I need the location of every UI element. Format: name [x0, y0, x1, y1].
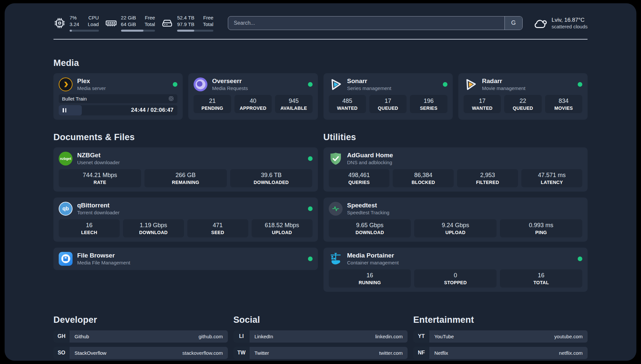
cpu-progress-bar	[70, 30, 99, 32]
ram-progress-bar	[121, 30, 155, 32]
linkedin-url: linkedin.com	[375, 334, 403, 339]
nzbget-name: NZBGet	[77, 152, 120, 159]
disk-progress-fill	[177, 30, 194, 32]
overseerr-card[interactable]: Overseerr Media Requests 21PENDING 40APP…	[188, 73, 318, 120]
overseerr-icon	[194, 77, 207, 91]
portainer-card[interactable]: Media Portainer Container management 16R…	[323, 248, 588, 292]
ram-progress-fill	[121, 30, 143, 32]
nzbget-icon: nzbget	[59, 152, 73, 166]
sonarr-status-dot	[443, 82, 447, 87]
cpu-usage-label: CPU	[88, 15, 99, 21]
sonarr-stat-queued: 17QUEUED	[369, 95, 407, 113]
disk-progress-bar	[177, 30, 213, 32]
media-section-title: Media	[53, 58, 588, 68]
disk-total-value: 97.9 TB	[177, 21, 194, 28]
nzbget-stat-rate: 744.21 MbpsRATE	[59, 169, 141, 187]
filebrowser-name: File Browser	[77, 252, 130, 259]
radarr-stat-queued: 22QUEUED	[504, 95, 541, 113]
github-name: Github	[75, 334, 89, 339]
link-netflix[interactable]: NF Netflixnetflix.com	[413, 347, 588, 359]
ram-free-value: 22 GiB	[121, 15, 136, 21]
portainer-stat-running: 16RUNNING	[329, 269, 411, 288]
overseerr-subtitle: Media Requests	[212, 85, 248, 91]
filebrowser-status-dot	[308, 257, 313, 261]
cpu-labels: CPU Load	[88, 15, 99, 28]
twitter-abbr: TW	[233, 347, 250, 359]
twitter-url: twitter.com	[379, 350, 403, 356]
filebrowser-icon	[59, 252, 73, 266]
radarr-status-dot	[578, 82, 582, 87]
portainer-status-dot	[578, 257, 582, 261]
radarr-card[interactable]: Radarr Movie management 17WANTED 22QUEUE…	[458, 73, 588, 120]
cpu-stats-widget: 7% 3.24 CPU Load	[53, 15, 99, 32]
link-stackoverflow[interactable]: SO StackOverflowstackoverflow.com	[53, 347, 228, 359]
sonarr-subtitle: Series management	[347, 85, 391, 91]
qbittorrent-stat-leech: 16LEECH	[59, 219, 120, 237]
ram-free-label: Free	[145, 15, 155, 21]
search-bar: G	[228, 16, 523, 30]
adguard-stat-filtered: 2,953FILTERED	[457, 169, 518, 187]
link-youtube[interactable]: YT YouTubeyoutube.com	[413, 330, 588, 343]
netflix-url: netflix.com	[559, 350, 583, 356]
plex-subtitle: Media server	[77, 85, 106, 91]
stackoverflow-name: StackOverflow	[75, 350, 107, 356]
sonarr-card[interactable]: Sonarr Series management 485WANTED 17QUE…	[323, 73, 453, 120]
ram-values: 22 GiB 64 GiB	[121, 15, 136, 28]
pause-icon[interactable]	[63, 108, 66, 112]
youtube-url: youtube.com	[554, 334, 583, 339]
overseerr-stat-approved: 40APPROVED	[234, 95, 272, 113]
ram-total-value: 64 GiB	[121, 21, 136, 28]
link-github[interactable]: GH Githubgithub.com	[53, 330, 228, 343]
documents-section-title: Documents & Files	[53, 132, 318, 142]
search-input[interactable]	[228, 16, 504, 30]
link-twitter[interactable]: TW Twittertwitter.com	[233, 347, 408, 359]
nzbget-stat-downloaded: 39.6 TBDOWNLOADED	[230, 169, 313, 187]
ram-total-label: Total	[144, 21, 155, 28]
entertainment-section-title: Entertainment	[413, 315, 588, 325]
link-linkedin[interactable]: LI LinkedInlinkedin.com	[233, 330, 408, 343]
section-documents: Documents & Files nzbget NZBGet Usenet d…	[53, 132, 318, 270]
adguard-subtitle: DNS and adblocking	[347, 160, 393, 165]
adguard-stat-queries: 498,461QUERIES	[329, 169, 390, 187]
overseerr-name: Overseerr	[212, 77, 248, 85]
nzbget-card[interactable]: nzbget NZBGet Usenet downloader 744.21 M…	[53, 147, 318, 192]
ram-labels: Free Total	[144, 15, 155, 28]
qbittorrent-card[interactable]: qb qBittorrent Torrent downloader 16LEEC…	[53, 197, 318, 242]
disk-total-label: Total	[203, 21, 213, 28]
cpu-progress-fill	[70, 30, 72, 32]
portainer-subtitle: Container management	[347, 260, 399, 265]
netflix-abbr: NF	[413, 347, 429, 359]
disk-icon	[161, 17, 173, 29]
google-search-button[interactable]: G	[504, 16, 522, 30]
portainer-stat-stopped: 0STOPPED	[414, 269, 497, 288]
sonarr-stat-wanted: 485WANTED	[329, 95, 366, 113]
cpu-load-value: 3.24	[70, 21, 79, 28]
speedtest-stat-ping: 0.993 msPING	[500, 219, 582, 237]
developer-section-title: Developer	[53, 315, 228, 325]
cloud-icon	[533, 17, 548, 29]
portainer-stat-total: 16TOTAL	[500, 269, 582, 288]
sonarr-name: Sonarr	[347, 77, 391, 85]
radarr-name: Radarr	[482, 77, 526, 85]
dashboard-panel: 7% 3.24 CPU Load	[5, 3, 636, 361]
adguard-name: AdGuard Home	[347, 152, 393, 159]
memory-stats-widget: 22 GiB 64 GiB Free Total	[105, 15, 155, 32]
disk-labels: Free Total	[203, 15, 213, 28]
social-section-title: Social	[233, 315, 408, 325]
plex-card[interactable]: Plex Media server Bullet Train 24:44 / 0…	[53, 73, 183, 120]
qbittorrent-stat-download: 1.19 GbpsDOWNLOAD	[123, 219, 184, 237]
stackoverflow-url: stackoverflow.com	[182, 350, 223, 356]
radarr-stat-movies: 834MOVIES	[545, 95, 582, 113]
sonarr-icon	[329, 77, 343, 91]
filebrowser-card[interactable]: File Browser Media File Management	[53, 248, 318, 270]
session-icon	[168, 96, 174, 102]
adguard-stat-blocked: 86,384BLOCKED	[393, 169, 454, 187]
qbittorrent-stat-seed: 471SEED	[187, 219, 248, 237]
linkedin-name: LinkedIn	[255, 334, 273, 339]
disk-values: 52.4 TB 97.9 TB	[177, 15, 194, 28]
speedtest-card[interactable]: Speedtest Speedtest Tracking 9.65 GbpsDO…	[323, 197, 588, 242]
disk-stats-widget: 52.4 TB 97.9 TB Free Total	[161, 15, 213, 32]
adguard-card[interactable]: AdGuard Home DNS and adblocking 498,461Q…	[323, 147, 588, 192]
sonarr-stat-series: 196SERIES	[410, 95, 447, 113]
plex-progress-fill	[59, 105, 82, 115]
